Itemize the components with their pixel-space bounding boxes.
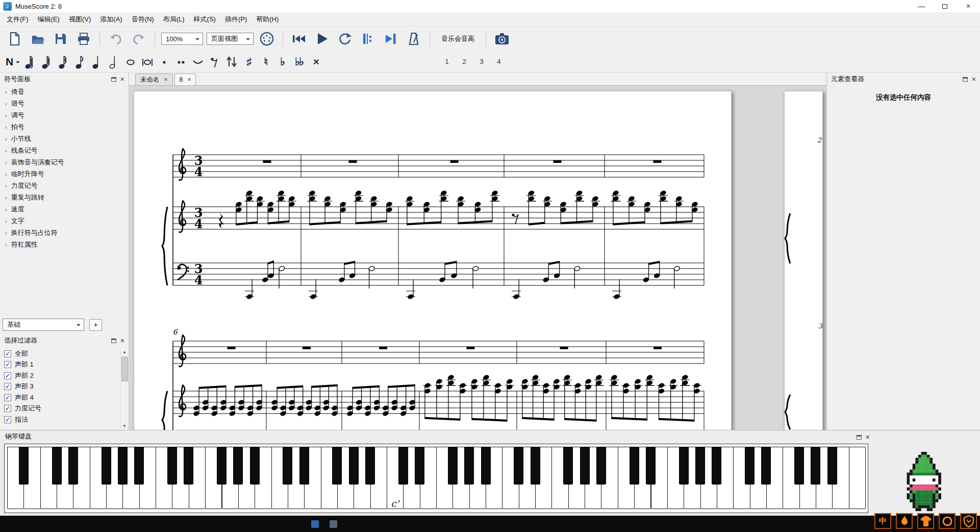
score-page[interactable]: 3434346 (134, 91, 732, 430)
taskbar-app-icon[interactable] (330, 520, 337, 528)
filter-scrollbar[interactable]: ▲ ▼ (120, 348, 129, 430)
scroll-down-icon[interactable]: ▼ (122, 422, 127, 430)
piano-key-black[interactable] (299, 447, 309, 485)
expand-arrow-icon[interactable]: › (5, 159, 7, 165)
score-tab[interactable]: 8× (174, 74, 196, 85)
minimize-button[interactable]: — (910, 0, 933, 12)
menu-layout[interactable]: 布局(L) (159, 13, 189, 26)
tab-close-icon[interactable]: × (164, 76, 168, 83)
piano-key-black[interactable] (68, 447, 78, 485)
piano-key-black[interactable] (365, 447, 375, 485)
new-score-button[interactable] (5, 29, 24, 49)
piano-key-black[interactable] (233, 447, 243, 485)
expand-arrow-icon[interactable]: › (5, 195, 7, 201)
piano-key-black[interactable] (745, 447, 755, 485)
note-whole-icon[interactable] (123, 53, 138, 71)
shield-tray-icon[interactable] (960, 513, 977, 529)
piano-key-black[interactable] (630, 447, 639, 485)
piano-key-black[interactable] (283, 447, 292, 485)
piano-key-black[interactable] (332, 447, 342, 485)
ime-tray-icon[interactable]: 中 (874, 513, 891, 529)
filter-voice-2[interactable]: ✓声部 2 (0, 370, 120, 381)
piano-key-black[interactable] (481, 447, 491, 485)
checkbox-checked-icon[interactable]: ✓ (4, 383, 11, 390)
print-button[interactable] (74, 29, 93, 49)
palette-grace-notes[interactable]: ›倚音 (0, 86, 129, 98)
piano-key-black[interactable] (761, 447, 771, 485)
piano-key-black[interactable] (596, 447, 606, 485)
note-64th-icon[interactable] (22, 53, 37, 71)
sharp-icon[interactable]: ♯ (241, 53, 256, 71)
open-button[interactable] (28, 29, 47, 49)
menu-plugins[interactable]: 插件(P) (220, 13, 252, 26)
piano-key-black[interactable] (118, 447, 128, 485)
filter-voice-1[interactable]: ✓声部 1 (0, 359, 120, 371)
expand-arrow-icon[interactable]: › (5, 241, 7, 248)
palette-accidentals[interactable]: ›临时升降号 (0, 168, 129, 180)
tab-close-icon[interactable]: × (187, 76, 191, 83)
tie-icon[interactable] (190, 53, 206, 71)
voice-2-button[interactable]: 2 (459, 56, 470, 67)
palette-articulations[interactable]: ›装饰音与演奏记号 (0, 156, 129, 168)
flat-icon[interactable]: ♭ (274, 53, 290, 71)
piano-key-black[interactable] (514, 447, 523, 485)
menu-add[interactable]: 添加(A) (95, 13, 127, 26)
piano-key-black[interactable] (811, 447, 820, 485)
expand-arrow-icon[interactable]: › (5, 101, 7, 107)
repeat-playback-button[interactable] (358, 29, 378, 49)
ring-tray-icon[interactable] (939, 513, 956, 529)
note-8th-icon[interactable] (72, 53, 88, 71)
scroll-thumb[interactable] (121, 357, 128, 381)
float-panel-icon[interactable] (963, 77, 968, 82)
piano-key-black[interactable] (415, 447, 424, 485)
redo-button[interactable] (129, 29, 148, 49)
flame-tray-icon[interactable] (896, 513, 913, 529)
palette-lines[interactable]: ›线条记号 (0, 144, 129, 156)
checkbox-checked-icon[interactable]: ✓ (4, 372, 11, 379)
note-32nd-icon[interactable] (39, 53, 54, 71)
piano-key-black[interactable] (19, 447, 29, 485)
palette-tempo[interactable]: ›速度 (0, 203, 129, 215)
palette-breaks-spacers[interactable]: ›换行符与占位符 (0, 227, 129, 238)
piano-key-white[interactable] (849, 447, 866, 509)
float-panel-icon[interactable] (111, 77, 116, 82)
piano-key-black[interactable] (827, 447, 837, 485)
palette-time-signatures[interactable]: ›拍号 (0, 121, 129, 133)
menu-edit[interactable]: 编辑(E) (33, 13, 64, 26)
piano-key-black[interactable] (217, 447, 227, 485)
note-input-button[interactable]: N (5, 53, 20, 71)
expand-arrow-icon[interactable]: › (5, 124, 7, 130)
filter-dynamics[interactable]: ✓力度记号 (0, 403, 120, 415)
filter-fingering[interactable]: ✓指法 (0, 414, 120, 425)
add-palette-button[interactable]: + (89, 319, 102, 331)
piano-key-black[interactable] (184, 447, 193, 485)
filter-voice-4[interactable]: ✓声部 4 (0, 392, 120, 403)
filter-voice-3[interactable]: ✓声部 3 (0, 381, 120, 393)
voice-3-button[interactable]: 3 (476, 56, 487, 67)
note-breve-icon[interactable] (140, 53, 155, 71)
expand-arrow-icon[interactable]: › (5, 136, 7, 142)
close-panel-icon[interactable]: × (972, 76, 976, 83)
note-16th-icon[interactable] (56, 53, 71, 71)
undo-button[interactable] (106, 29, 125, 49)
piano-key-black[interactable] (563, 447, 573, 485)
flip-direction-icon[interactable] (224, 53, 239, 71)
close-panel-icon[interactable]: × (866, 433, 870, 441)
float-panel-icon[interactable] (111, 338, 116, 343)
natural-icon[interactable]: ♮ (258, 53, 273, 71)
piano-key-black[interactable] (531, 447, 540, 485)
score-tab[interactable]: 未命名× (135, 74, 173, 85)
zoom-select[interactable]: 100% (161, 33, 203, 45)
loop-playback-button[interactable] (335, 29, 355, 49)
palette-key-signatures[interactable]: ›调号 (0, 109, 129, 121)
menu-help[interactable]: 帮助(H) (252, 13, 283, 26)
taskbar-app-icon[interactable] (311, 520, 319, 528)
image-capture-button[interactable] (492, 29, 512, 49)
piano-key-black[interactable] (102, 447, 111, 485)
piano-key-black[interactable] (134, 447, 144, 485)
piano-key-black[interactable] (349, 447, 359, 485)
note-quarter-icon[interactable] (89, 53, 105, 71)
voice-4-button[interactable]: 4 (493, 56, 505, 67)
rewind-button[interactable] (289, 29, 309, 49)
menu-style[interactable]: 样式(S) (189, 13, 220, 26)
